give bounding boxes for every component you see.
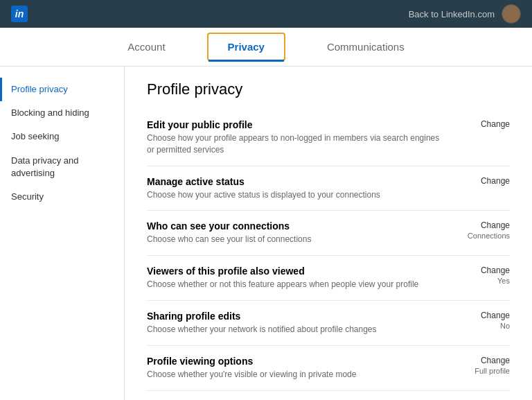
setting-value-sharing-profile-edits: No [454,322,510,330]
user-avatar[interactable] [502,4,521,24]
change-link-sharing-profile-edits[interactable]: Change [454,311,510,320]
change-link-who-see-connections[interactable]: Change [454,220,510,230]
setting-desc-viewers-also-viewed: Choose whether or not this feature appea… [147,279,443,290]
setting-name-profile-viewing-options: Profile viewing options [147,356,443,367]
sidebar: Profile privacy Blocking and hiding Job … [0,67,125,400]
change-link-edit-public-profile[interactable]: Change [454,119,510,129]
tab-account[interactable]: Account [86,30,206,64]
sidebar-item-blocking-hiding[interactable]: Blocking and hiding [0,101,124,125]
tab-communications[interactable]: Communications [285,30,446,64]
setting-action-profile-viewing-options: ChangeFull profile [454,356,510,375]
tab-privacy[interactable]: Privacy [207,33,285,61]
change-link-profile-viewing-options[interactable]: Change [454,356,510,365]
sidebar-item-security[interactable]: Security [0,185,124,209]
setting-action-manage-active-status: Change [454,176,510,186]
setting-desc-sharing-profile-edits: Choose whether your network is notified … [147,324,443,336]
setting-info-profile-viewing-options: Profile viewing optionsChoose whether yo… [147,356,443,381]
main-container: Profile privacy Blocking and hiding Job … [0,67,532,400]
setting-row-edit-public-profile: Edit your public profileChoose how your … [147,110,510,166]
setting-desc-profile-viewing-options: Choose whether you're visible or viewing… [147,369,443,381]
setting-info-manage-active-status: Manage active statusChoose how your acti… [147,176,443,201]
setting-row-who-see-connections: Who can see your connectionsChoose who c… [147,211,510,256]
setting-row-viewers-also-viewed: Viewers of this profile also viewedChoos… [147,256,510,301]
setting-desc-who-see-connections: Choose who can see your list of connecti… [147,234,443,245]
settings-list: Edit your public profileChoose how your … [147,110,510,400]
top-bar: in Back to LinkedIn.com [0,0,532,28]
top-bar-right: Back to LinkedIn.com [409,4,521,24]
setting-name-viewers-also-viewed: Viewers of this profile also viewed [147,266,443,277]
setting-desc-edit-public-profile: Choose how your profile appears to non-l… [147,132,443,156]
setting-value-who-see-connections: Connections [454,232,510,240]
back-to-linkedin-link[interactable]: Back to LinkedIn.com [409,9,495,19]
setting-action-who-see-connections: ChangeConnections [454,220,510,240]
setting-row-profile-viewing-options: Profile viewing optionsChoose whether yo… [147,346,510,391]
setting-info-viewers-also-viewed: Viewers of this profile also viewedChoos… [147,266,443,290]
sidebar-item-data-privacy[interactable]: Data privacy and advertising [0,149,124,185]
setting-info-edit-public-profile: Edit your public profileChoose how your … [147,119,443,156]
setting-row-notifying-connections-news: Notifying connections when you're in the… [147,391,510,400]
nav-tabs: Account Privacy Communications [0,28,532,67]
linkedin-logo: in [11,6,28,22]
setting-action-sharing-profile-edits: ChangeNo [454,311,510,330]
setting-value-profile-viewing-options: Full profile [454,367,510,375]
setting-action-edit-public-profile: Change [454,119,510,129]
setting-name-manage-active-status: Manage active status [147,176,443,187]
setting-row-sharing-profile-edits: Sharing profile editsChoose whether your… [147,301,510,346]
section-title: Profile privacy [147,80,510,98]
change-link-manage-active-status[interactable]: Change [454,176,510,186]
setting-value-viewers-also-viewed: Yes [454,277,510,285]
sidebar-item-job-seeking[interactable]: Job seeking [0,125,124,148]
setting-name-who-see-connections: Who can see your connections [147,220,443,232]
content-area: Profile privacy Edit your public profile… [125,67,532,400]
setting-row-manage-active-status: Manage active statusChoose how your acti… [147,166,510,211]
setting-info-sharing-profile-edits: Sharing profile editsChoose whether your… [147,311,443,336]
change-link-viewers-also-viewed[interactable]: Change [454,266,510,275]
setting-desc-manage-active-status: Choose how your active status is display… [147,189,443,201]
sidebar-item-profile-privacy[interactable]: Profile privacy [0,78,124,101]
setting-name-edit-public-profile: Edit your public profile [147,119,443,130]
setting-action-viewers-also-viewed: ChangeYes [454,266,510,285]
setting-name-sharing-profile-edits: Sharing profile edits [147,311,443,322]
setting-info-who-see-connections: Who can see your connectionsChoose who c… [147,220,443,245]
